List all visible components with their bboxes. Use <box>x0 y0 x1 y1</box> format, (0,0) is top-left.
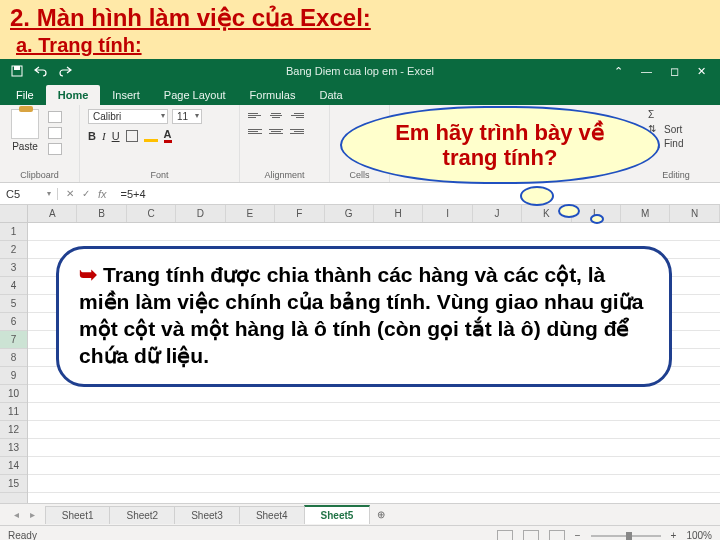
ribbon-tabs: File Home Insert Page Layout Formulas Da… <box>0 83 720 105</box>
tab-formulas[interactable]: Formulas <box>238 85 308 105</box>
view-page-layout-icon[interactable] <box>523 530 539 541</box>
col-header[interactable]: G <box>325 205 374 222</box>
align-top-center[interactable] <box>268 109 284 121</box>
answer-body: Trang tính được chia thành các hàng và c… <box>79 263 643 367</box>
col-header[interactable]: I <box>423 205 472 222</box>
align-right[interactable] <box>288 125 304 137</box>
align-left[interactable] <box>248 125 264 137</box>
ribbon-options-icon[interactable]: ⌃ <box>614 65 623 78</box>
row-header[interactable]: 12 <box>0 421 27 439</box>
tab-page-layout[interactable]: Page Layout <box>152 85 238 105</box>
tab-home[interactable]: Home <box>46 85 101 105</box>
row-headers: 1 2 3 4 5 6 7 8 9 10 11 12 13 14 15 <box>0 223 28 503</box>
col-header[interactable]: H <box>374 205 423 222</box>
thought-tail-1 <box>520 186 554 206</box>
sheet-tab[interactable]: Sheet1 <box>45 506 111 524</box>
title-bar: Bang Diem cua lop em - Excel ⌃ — ◻ ✕ <box>0 59 720 83</box>
col-header[interactable]: A <box>28 205 77 222</box>
zoom-level[interactable]: 100% <box>686 530 712 540</box>
row-header[interactable]: 8 <box>0 349 27 367</box>
tab-data[interactable]: Data <box>307 85 354 105</box>
sheet-tab-bar: ◂ ▸ Sheet1 Sheet2 Sheet3 Sheet4 Sheet5 ⊕ <box>0 503 720 525</box>
row-header[interactable]: 5 <box>0 295 27 313</box>
col-header[interactable]: D <box>176 205 225 222</box>
redo-icon[interactable] <box>58 64 72 78</box>
row-header[interactable]: 9 <box>0 367 27 385</box>
group-alignment: Alignment <box>240 105 330 182</box>
row-header[interactable]: 11 <box>0 403 27 421</box>
sheet-tab[interactable]: Sheet3 <box>174 506 240 524</box>
align-top-left[interactable] <box>248 109 264 121</box>
group-font: Calibri 11 B I U A Font <box>80 105 240 182</box>
font-color-button[interactable]: A <box>164 128 172 143</box>
slide-heading-area: 2. Màn hình làm việc của Excel: a. Trang… <box>0 0 720 59</box>
save-icon[interactable] <box>10 64 24 78</box>
fill-color-button[interactable] <box>144 130 158 142</box>
sheet-tab[interactable]: Sheet4 <box>239 506 305 524</box>
col-header[interactable]: C <box>127 205 176 222</box>
zoom-slider[interactable] <box>591 535 661 537</box>
status-text: Ready <box>8 530 37 540</box>
cancel-formula-icon[interactable]: ✕ <box>66 188 74 199</box>
enter-formula-icon[interactable]: ✓ <box>82 188 90 199</box>
sort-filter-button[interactable]: ⇅Sort <box>648 123 704 135</box>
slide-subheading: a. Trang tính: <box>16 34 710 57</box>
thought-bubble: Em hãy trình bày về trang tính? <box>340 106 660 184</box>
thought-tail-2 <box>558 204 580 218</box>
row-header[interactable]: 3 <box>0 259 27 277</box>
col-header[interactable]: E <box>226 205 275 222</box>
row-header[interactable]: 1 <box>0 223 27 241</box>
align-center[interactable] <box>268 125 284 137</box>
row-header[interactable]: 14 <box>0 457 27 475</box>
question-text: Em hãy trình bày về trang tính? <box>366 120 634 171</box>
fx-icon[interactable]: fx <box>98 188 107 200</box>
row-header[interactable]: 13 <box>0 439 27 457</box>
col-header[interactable]: J <box>473 205 522 222</box>
row-header[interactable]: 4 <box>0 277 27 295</box>
italic-button[interactable]: I <box>102 130 106 142</box>
formula-input[interactable]: =5+4 <box>115 188 720 200</box>
bold-button[interactable]: B <box>88 130 96 142</box>
border-button[interactable] <box>126 130 138 142</box>
col-header[interactable]: M <box>621 205 670 222</box>
zoom-in-button[interactable]: + <box>671 530 677 540</box>
col-header[interactable]: N <box>670 205 719 222</box>
maximize-icon[interactable]: ◻ <box>670 65 679 78</box>
zoom-out-button[interactable]: − <box>575 530 581 540</box>
add-sheet-button[interactable]: ⊕ <box>369 506 393 523</box>
row-header[interactable]: 7 <box>0 331 27 349</box>
tab-insert[interactable]: Insert <box>100 85 152 105</box>
paste-button[interactable]: Paste <box>8 109 42 152</box>
answer-text: ➥Trang tính được chia thành các hàng và … <box>79 261 649 370</box>
row-header[interactable]: 2 <box>0 241 27 259</box>
underline-button[interactable]: U <box>112 130 120 142</box>
sheet-tab[interactable]: Sheet2 <box>109 506 175 524</box>
select-all-corner[interactable] <box>0 205 28 222</box>
row-header[interactable]: 10 <box>0 385 27 403</box>
format-painter-icon[interactable] <box>48 143 62 155</box>
row-header[interactable]: 6 <box>0 313 27 331</box>
font-size-select[interactable]: 11 <box>172 109 202 124</box>
view-normal-icon[interactable] <box>497 530 513 541</box>
undo-icon[interactable] <box>34 64 48 78</box>
alignment-group-label: Alignment <box>248 170 321 180</box>
row-header[interactable]: 15 <box>0 475 27 493</box>
tab-file[interactable]: File <box>4 85 46 105</box>
copy-icon[interactable] <box>48 127 62 139</box>
sheet-tab-active[interactable]: Sheet5 <box>304 505 371 524</box>
window-controls: ⌃ — ◻ ✕ <box>614 65 720 78</box>
font-name-select[interactable]: Calibri <box>88 109 168 124</box>
formula-bar: C5 ✕ ✓ fx =5+4 <box>0 183 720 205</box>
name-box[interactable]: C5 <box>0 188 58 200</box>
autosum-button[interactable]: Σ <box>648 109 704 121</box>
col-header[interactable]: F <box>275 205 324 222</box>
align-top-right[interactable] <box>288 109 304 121</box>
cut-icon[interactable] <box>48 111 62 123</box>
view-page-break-icon[interactable] <box>549 530 565 541</box>
close-icon[interactable]: ✕ <box>697 65 706 78</box>
minimize-icon[interactable]: — <box>641 65 652 78</box>
status-bar: Ready − + 100% <box>0 525 720 540</box>
col-header[interactable]: B <box>77 205 126 222</box>
quick-access-toolbar <box>0 64 72 78</box>
sheet-nav[interactable]: ◂ ▸ <box>8 509 45 520</box>
